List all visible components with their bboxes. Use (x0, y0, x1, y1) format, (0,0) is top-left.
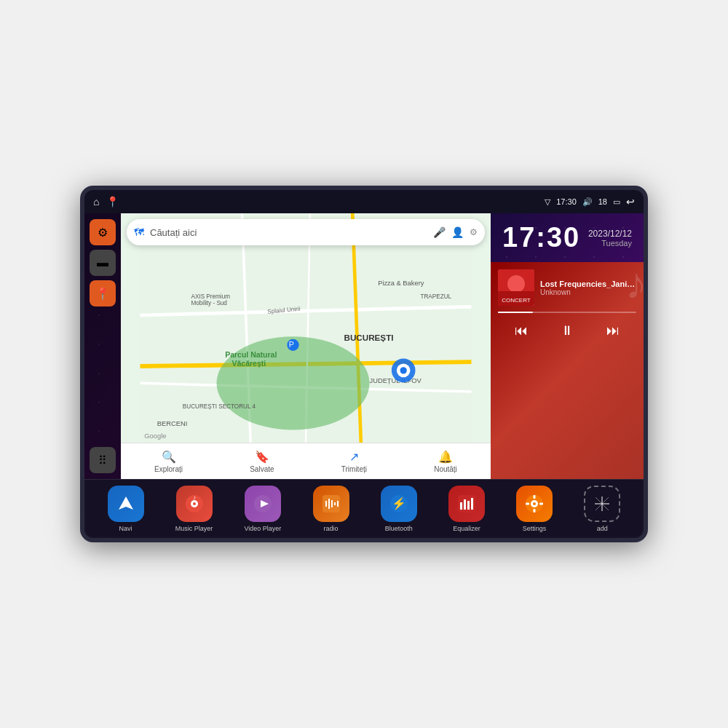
radio-icon (313, 486, 349, 522)
settings-app-label: Settings (523, 525, 547, 532)
status-left: ⌂ 📍 (93, 196, 119, 207)
svg-text:BUCUREȘTI: BUCUREȘTI (344, 333, 394, 342)
apps-bar: Navi ♪ Music Player Video Player (84, 479, 644, 538)
back-button[interactable]: ↩ (626, 196, 635, 207)
music-info: CONCERT Lost Frequencies_Janie... Unknow… (498, 269, 636, 306)
filemanager-icon: ▬ (97, 256, 108, 269)
svg-text:P: P (289, 340, 294, 349)
music-progress-fill (498, 312, 533, 313)
explore-label: Explorați (154, 465, 183, 473)
map-bottom-bar: 🔍 Explorați 🔖 Salvate ↗ Trimiteți 🔔 Nout… (121, 443, 491, 479)
svg-rect-48 (471, 498, 473, 510)
svg-text:TRAPEZUL: TRAPEZUL (421, 293, 452, 300)
navi-icon (108, 486, 144, 522)
sidebar-filemanager-btn[interactable]: ▬ (90, 250, 116, 276)
home-icon[interactable]: ⌂ (93, 196, 99, 207)
map-saved-btn[interactable]: 🔖 Salvate (250, 450, 274, 473)
app-music[interactable]: ♪ Music Player (175, 486, 213, 532)
clock-widget: 17:30 2023/12/12 Tuesday (491, 213, 644, 262)
svg-rect-52 (534, 495, 536, 499)
equalizer-icon (448, 486, 485, 522)
right-panel: 17:30 2023/12/12 Tuesday ♪ CONCERT (491, 213, 644, 479)
sidebar-settings-btn[interactable]: ⚙ (90, 219, 116, 245)
sidebar-apps-btn[interactable]: ⠿ (90, 447, 116, 473)
svg-text:BERCENI: BERCENI (157, 420, 187, 427)
music-text: Lost Frequencies_Janie... Unknown (540, 280, 636, 296)
add-icon (584, 486, 620, 522)
svg-point-26 (507, 275, 525, 293)
svg-point-32 (193, 502, 196, 505)
main-content: ⚙ ▬ 📍 ⠿ (84, 213, 644, 479)
svg-rect-46 (464, 499, 466, 510)
music-title: Lost Frequencies_Janie... (540, 280, 636, 288)
sidebar-nav-btn[interactable]: 📍 (90, 280, 116, 306)
pause-button[interactable]: ⏸ (555, 320, 579, 341)
prev-button[interactable]: ⏮ (509, 320, 534, 341)
share-icon: ↗ (349, 450, 359, 464)
center-area: AXIS Premium Mobility - Sud Pizza & Bake… (121, 213, 491, 479)
app-settings[interactable]: Settings (516, 486, 553, 532)
bluetooth-icon: ⚡ (381, 486, 417, 522)
map-updates-btn[interactable]: 🔔 Noutăți (434, 450, 457, 473)
music-player-label: Music Player (175, 525, 213, 532)
status-right: ▽ 17:30 🔊 18 ▭ ↩ (545, 196, 635, 207)
navi-label: Navi (119, 525, 132, 532)
map-explore-btn[interactable]: 🔍 Explorați (154, 450, 183, 473)
nav-icon: 📍 (95, 287, 110, 301)
mic-icon[interactable]: 🎤 (433, 226, 446, 238)
app-navi[interactable]: Navi (108, 486, 144, 532)
app-bluetooth[interactable]: ⚡ Bluetooth (381, 486, 417, 532)
saved-label: Salvate (250, 465, 274, 473)
updates-label: Noutăți (434, 465, 457, 473)
app-equalizer[interactable]: Equalizer (448, 486, 485, 532)
svg-text:AXIS Premium: AXIS Premium (191, 293, 231, 300)
saved-icon: 🔖 (255, 450, 269, 464)
music-player-icon: ♪ (176, 486, 213, 522)
map-widget[interactable]: AXIS Premium Mobility - Sud Pizza & Bake… (121, 213, 491, 443)
battery-icon: ▭ (613, 197, 620, 207)
music-widget: ♪ CONCERT Lost Frequencies_Janie... Unkn… (491, 262, 644, 479)
maps-icon[interactable]: 📍 (106, 196, 119, 207)
svg-text:Pizza & Bakery: Pizza & Bakery (378, 280, 424, 287)
music-decoration: ♪ (625, 258, 644, 309)
clock-weekday: Tuesday (588, 239, 632, 248)
device-frame: ⌂ 📍 ▽ 17:30 🔊 18 ▭ ↩ ⚙ ▬ 📍 ⠿ (80, 186, 648, 542)
svg-point-21 (400, 367, 407, 373)
svg-rect-45 (460, 502, 462, 510)
svg-text:Parcul Natural: Parcul Natural (225, 350, 277, 359)
app-add[interactable]: add (584, 486, 620, 532)
svg-text:Văcărești: Văcărești (232, 359, 266, 368)
app-video[interactable]: Video Player (244, 486, 281, 532)
sidebar: ⚙ ▬ 📍 ⠿ (84, 213, 121, 479)
map-search-bar[interactable]: 🗺 Căutați aici 🎤 👤 ⚙ (127, 219, 485, 245)
music-progress-bar[interactable] (498, 312, 636, 313)
wifi-icon: ▽ (545, 197, 550, 207)
music-controls: ⏮ ⏸ ⏭ (498, 320, 636, 341)
google-maps-icon: 🗺 (134, 226, 144, 238)
svg-marker-29 (119, 496, 133, 510)
settings-app-icon (516, 486, 553, 522)
account-icon[interactable]: 👤 (451, 226, 464, 238)
svg-text:Mobility - Sud: Mobility - Sud (191, 300, 228, 306)
explore-icon: 🔍 (162, 450, 176, 464)
search-text: Căutați aici (150, 227, 427, 238)
volume-icon: 🔊 (582, 197, 593, 207)
settings-icon: ⚙ (98, 226, 108, 240)
settings-map-icon[interactable]: ⚙ (470, 227, 478, 237)
radio-label: radio (324, 525, 339, 532)
svg-rect-54 (526, 503, 529, 505)
video-player-label: Video Player (244, 525, 281, 532)
svg-text:CONCERT: CONCERT (502, 297, 531, 304)
clock-time: 17:30 (502, 222, 580, 253)
share-label: Trimiteți (341, 465, 367, 473)
add-label: add (597, 525, 608, 532)
app-radio[interactable]: radio (313, 486, 349, 532)
map-share-btn[interactable]: ↗ Trimiteți (341, 450, 367, 473)
svg-text:⚡: ⚡ (392, 496, 406, 510)
next-button[interactable]: ⏭ (601, 320, 625, 341)
updates-icon: 🔔 (438, 450, 453, 464)
clock-date-value: 2023/12/12 (588, 229, 632, 239)
music-artist: Unknown (540, 288, 636, 296)
svg-text:BUCUREȘTI SECTORUL 4: BUCUREȘTI SECTORUL 4 (183, 403, 256, 410)
video-player-icon (245, 486, 281, 522)
